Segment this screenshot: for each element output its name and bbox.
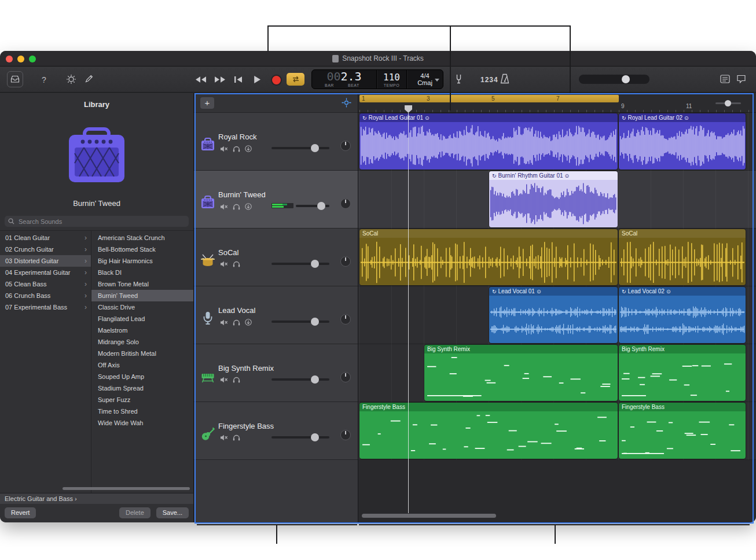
volume-slider[interactable] — [271, 147, 329, 149]
headphones-button[interactable] — [233, 319, 240, 326]
delete-button[interactable]: Delete — [119, 507, 151, 518]
library-sound-flangilated-lead[interactable]: Flangilated Lead — [91, 313, 193, 325]
loop-browser-button[interactable] — [736, 75, 746, 83]
smart-controls-button[interactable] — [66, 74, 76, 84]
library-sound-brown-tone-metal[interactable]: Brown Tone Metal — [91, 278, 193, 290]
add-track-button[interactable]: + — [200, 97, 214, 109]
track-header-big-synth-remix[interactable]: Big Synth Remix — [194, 344, 358, 402]
mute-button[interactable] — [220, 434, 228, 441]
mute-button[interactable] — [220, 146, 228, 152]
track-header-royal-rock[interactable]: Royal Rock — [194, 113, 358, 171]
pan-knob[interactable] — [340, 372, 351, 382]
volume-slider[interactable] — [271, 378, 329, 381]
catch-playhead-button[interactable] — [342, 98, 351, 108]
fast-forward-button[interactable] — [214, 76, 226, 83]
region-socal[interactable]: SoCal — [359, 229, 618, 285]
zoom-button[interactable] — [29, 56, 36, 62]
library-sound-souped-up-amp[interactable]: Souped Up Amp — [91, 371, 193, 382]
zoom-slider-knob[interactable] — [725, 100, 731, 106]
region-lead-vocal-01[interactable]: ↻Lead Vocal 01⊙ — [489, 287, 618, 343]
input-monitoring-button[interactable] — [245, 145, 252, 152]
library-sound-bell-bottomed-stack[interactable]: Bell-Bottomed Stack — [91, 244, 193, 255]
headphones-button[interactable] — [233, 204, 240, 210]
library-sound-maelstrom[interactable]: Maelstrom — [91, 325, 193, 336]
rewind-button[interactable] — [194, 76, 207, 83]
chevron-down-icon[interactable] — [435, 79, 439, 82]
input-monitoring-button[interactable] — [245, 319, 252, 326]
region-lead-vocal-02[interactable]: ↻Lead Vocal 02⊙ — [619, 287, 746, 343]
region-big-synth-remix[interactable]: Big Synth Remix — [424, 345, 618, 401]
input-monitoring-button[interactable] — [245, 203, 252, 210]
mute-button[interactable] — [220, 319, 228, 326]
headphones-button[interactable] — [233, 377, 240, 383]
library-sound-wide-wide-wah[interactable]: Wide Wide Wah — [91, 417, 193, 429]
notepad-button[interactable] — [720, 75, 730, 83]
volume-knob[interactable] — [311, 433, 319, 441]
pan-knob[interactable] — [340, 256, 351, 267]
revert-button[interactable]: Revert — [5, 507, 36, 518]
region-burnin-rhythm-guitar-01[interactable]: ↻Burnin' Rhythm Guitar 01⊙ — [489, 171, 618, 227]
library-category-05-clean-bass[interactable]: 05 Clean Bass› — [0, 278, 91, 290]
library-sound-big-hair-harmonics[interactable]: Big Hair Harmonics — [91, 255, 193, 267]
search-input[interactable] — [17, 218, 185, 226]
library-category-06-crunch-bass[interactable]: 06 Crunch Bass› — [0, 290, 91, 301]
library-category-03-distorted-guitar[interactable]: 03 Distorted Guitar› — [0, 255, 91, 267]
library-sound-black-di[interactable]: Black DI — [91, 267, 193, 278]
titlebar[interactable]: Snapshot Rock III - Tracks — [0, 51, 756, 67]
lcd-display[interactable]: 002.3 BAR BEAT 110 TEMPO 4/4 Cmaj — [311, 69, 443, 89]
track-header-fingerstyle-bass[interactable]: Fingerstyle Bass — [194, 402, 358, 460]
mute-button[interactable] — [220, 377, 228, 383]
lcd-tempo-section[interactable]: 110 TEMPO — [377, 70, 407, 89]
region-royal-lead-guitar-01[interactable]: ↻Royal Lead Guitar 01⊙ — [359, 113, 618, 170]
region-royal-lead-guitar-02[interactable]: ↻Royal Lead Guitar 02⊙ — [619, 113, 746, 170]
headphones-button[interactable] — [233, 261, 240, 267]
region-fingerstyle-bass[interactable]: Fingerstyle Bass — [619, 403, 746, 459]
pan-knob[interactable] — [340, 141, 351, 151]
search-box[interactable] — [5, 216, 189, 227]
volume-slider[interactable] — [271, 320, 329, 323]
timeline-horizontal-scrollbar[interactable] — [362, 514, 496, 518]
lcd-position-section[interactable]: 002.3 BAR BEAT — [312, 70, 377, 89]
cycle-button[interactable] — [287, 73, 304, 86]
save-button[interactable]: Save... — [156, 507, 189, 518]
master-volume-knob[interactable] — [622, 75, 630, 83]
minimize-button[interactable] — [17, 56, 24, 62]
library-category-04-experimental-guitar[interactable]: 04 Experimental Guitar› — [0, 267, 91, 278]
library-sound-time-to-shred[interactable]: Time to Shred — [91, 406, 193, 417]
master-volume-slider[interactable] — [579, 75, 649, 84]
track-header-burnin-tweed[interactable]: Burnin' Tweed — [194, 171, 358, 229]
volume-knob[interactable] — [311, 318, 319, 326]
library-category-07-experimental-bass[interactable]: 07 Experimental Bass› — [0, 301, 91, 313]
headphones-button[interactable] — [233, 146, 240, 152]
pan-knob[interactable] — [340, 314, 351, 325]
lcd-key-section[interactable]: 4/4 Cmaj — [407, 70, 443, 89]
library-sound-super-fuzz[interactable]: Super Fuzz — [91, 394, 193, 406]
volume-knob[interactable] — [311, 144, 319, 152]
library-category-02-crunch-guitar[interactable]: 02 Crunch Guitar› — [0, 244, 91, 255]
tuner-button[interactable] — [455, 74, 463, 84]
volume-slider[interactable] — [271, 263, 329, 265]
count-in-button[interactable]: 1234 — [480, 76, 498, 84]
volume-slider[interactable] — [271, 436, 329, 439]
pan-knob[interactable] — [340, 430, 351, 440]
mute-button[interactable] — [220, 204, 228, 210]
library-horizontal-scrollbar[interactable] — [63, 487, 190, 490]
close-button[interactable] — [6, 56, 13, 62]
library-sound-midrange-solo[interactable]: Midrange Solo — [91, 336, 193, 348]
go-to-beginning-button[interactable] — [234, 76, 243, 83]
library-category-01-clean-guitar[interactable]: 01 Clean Guitar› — [0, 232, 91, 244]
play-button[interactable] — [254, 75, 261, 84]
library-sound-stadium-spread[interactable]: Stadium Spread — [91, 382, 193, 394]
library-sound-american-stack-crunch[interactable]: American Stack Crunch — [91, 232, 193, 244]
library-sound-classic-drive[interactable]: Classic Drive — [91, 301, 193, 313]
headphones-button[interactable] — [233, 434, 240, 441]
ruler[interactable]: 1357911 — [358, 93, 756, 113]
mute-button[interactable] — [220, 261, 228, 267]
help-button[interactable]: ? — [38, 74, 50, 86]
editors-button[interactable] — [85, 74, 94, 83]
region-big-synth-remix[interactable]: Big Synth Remix — [619, 345, 746, 401]
breadcrumb[interactable]: Electric Guitar and Bass › — [0, 493, 193, 504]
volume-slider[interactable] — [296, 205, 329, 207]
library-sound-burnin-tweed[interactable]: Burnin' Tweed — [91, 290, 193, 301]
track-header-socal[interactable]: SoCal — [194, 229, 358, 286]
